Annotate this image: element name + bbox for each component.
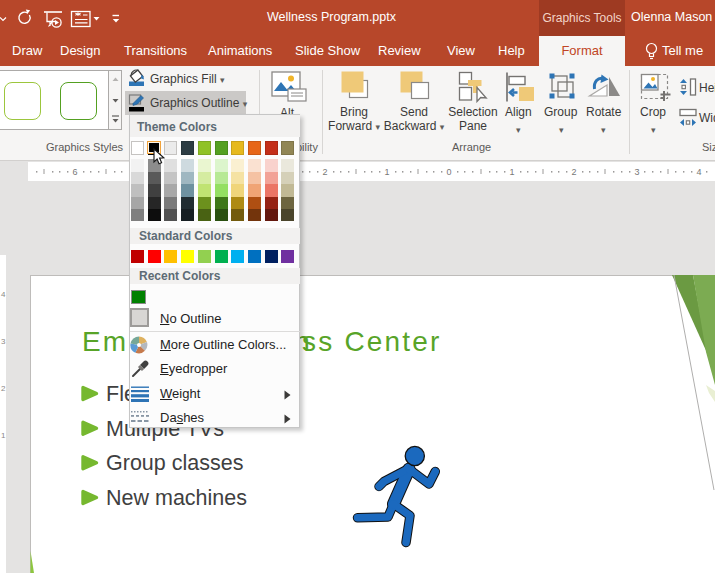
svg-text:4: 4 — [696, 167, 701, 177]
svg-text:3: 3 — [634, 167, 639, 177]
svg-text:0: 0 — [446, 167, 451, 177]
svg-text:2: 2 — [571, 167, 576, 177]
svg-text:2: 2 — [322, 167, 327, 177]
svg-text:1: 1 — [509, 167, 514, 177]
svg-text:6: 6 — [72, 167, 77, 177]
svg-text:1: 1 — [384, 167, 389, 177]
